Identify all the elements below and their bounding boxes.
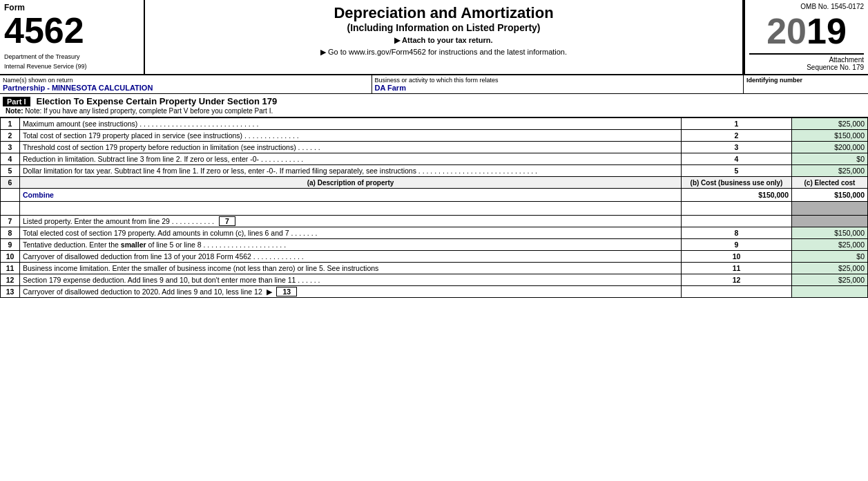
form-main-title: Depreciation and Amortization (152, 4, 735, 22)
table-row: 3 Threshold cost of section 179 property… (1, 142, 868, 153)
col-a-header: (a) Description of property (20, 177, 682, 189)
name-row: Name(s) shown on return Partnership - MI… (0, 75, 868, 94)
attachment-label: Attachment (749, 56, 864, 64)
line-3-amount: $200,000 (792, 142, 868, 153)
line-8-ref: 8 (682, 227, 792, 239)
line-11-ref: 11 (682, 263, 792, 274)
dept-text: Department of the Treasury Internal Reve… (4, 53, 139, 71)
line-12-amount: $25,000 (792, 274, 868, 286)
line-2-num: 2 (1, 130, 20, 142)
line-13-ref (682, 286, 792, 298)
table-row: 10 Carryover of disallowed deduction fro… (1, 251, 868, 263)
form-id-section: Form 4562 Department of the Treasury Int… (0, 0, 145, 74)
line-3-desc: Threshold cost of section 179 property b… (20, 142, 682, 153)
line-11-num: 11 (1, 263, 20, 274)
line-5-num: 5 (1, 165, 20, 177)
col-c-header: (c) Elected cost (792, 177, 868, 189)
line-10-desc: Carryover of disallowed deduction from l… (20, 251, 682, 263)
line-1-ref: 1 (682, 118, 792, 130)
id-label: Identifying number (746, 77, 865, 84)
table-row: 8 Total elected cost of section 179 prop… (1, 227, 868, 239)
year-20: 20 (766, 10, 807, 52)
spacer-amount (792, 202, 868, 216)
lines-table: 1 Maximum amount (see instructions) . . … (0, 117, 868, 298)
table-row: 5 Dollar limitation for tax year. Subtra… (1, 165, 868, 177)
col-b-header: (b) Cost (business use only) (682, 177, 792, 189)
line-13-num: 13 (1, 286, 20, 298)
form-number: 4562 (4, 12, 139, 48)
name-cell: Name(s) shown on return Partnership - MI… (0, 75, 372, 93)
line-12-desc: Section 179 expense deduction. Add lines… (20, 274, 682, 286)
form-instruction1: ▶ Attach to your tax return. (152, 36, 735, 45)
line-13-desc: Carryover of disallowed deduction to 202… (20, 286, 682, 298)
spacer-desc (20, 202, 682, 216)
line-3-num: 3 (1, 142, 20, 153)
line-10-num: 10 (1, 251, 20, 263)
line-1-amount: $25,000 (792, 118, 868, 130)
line-12-num: 12 (1, 274, 20, 286)
sequence-number: Sequence No. 179 (749, 64, 864, 71)
part1-label: Part I (3, 97, 30, 106)
line-5-amount: $25,000 (792, 165, 868, 177)
line-5-ref: 5 (682, 165, 792, 177)
line-8-desc: Total elected cost of section 179 proper… (20, 227, 682, 239)
line-1-num: 1 (1, 118, 20, 130)
line-3-ref: 3 (682, 142, 792, 153)
line-7-ref (682, 216, 792, 227)
table-row: 11 Business income limitation. Enter the… (1, 263, 868, 274)
name-value: Partnership - MINNESOTA CALCULATION (3, 84, 369, 92)
line-11-amount: $25,000 (792, 263, 868, 274)
line-2-desc: Total cost of section 179 property place… (20, 130, 682, 142)
combine-row: Combine $150,000 $150,000 (1, 189, 868, 202)
line-2-ref: 2 (682, 130, 792, 142)
combine-empty (1, 189, 20, 202)
line-4-desc: Reduction in limitation. Subtract line 3… (20, 153, 682, 165)
form-instruction2: ▶ Go to www.irs.gov/Form4562 for instruc… (152, 48, 735, 57)
form-title-section: Depreciation and Amortization (Including… (145, 0, 744, 74)
combine-label: Combine (20, 189, 682, 202)
combine-cost: $150,000 (682, 189, 792, 202)
spacer-num (1, 202, 20, 216)
table-row: 1 Maximum amount (see instructions) . . … (1, 118, 868, 130)
line-10-amount: $0 (792, 251, 868, 263)
line-7-amount (792, 216, 868, 227)
id-cell: Identifying number (744, 75, 868, 93)
section6-header-row: 6 (a) Description of property (b) Cost (… (1, 177, 868, 189)
spacer-row (1, 202, 868, 216)
table-row: 12 Section 179 expense deduction. Add li… (1, 274, 868, 286)
year-display: 20 19 (749, 10, 864, 55)
line-5-desc: Dollar limitation for tax year. Subtract… (20, 165, 682, 177)
line-4-ref: 4 (682, 153, 792, 165)
line-12-ref: 12 (682, 274, 792, 286)
line-8-num: 8 (1, 227, 20, 239)
line-8-amount: $150,000 (792, 227, 868, 239)
part1-note: Note: Note: If you have any listed prope… (6, 107, 865, 115)
form-header: Form 4562 Department of the Treasury Int… (0, 0, 868, 75)
table-row: 9 Tentative deduction. Enter the smaller… (1, 239, 868, 251)
line-11-desc: Business income limitation. Enter the sm… (20, 263, 682, 274)
line-9-amount: $25,000 (792, 239, 868, 251)
omb-number: OMB No. 1545-0172 (749, 3, 864, 10)
table-row: 13 Carryover of disallowed deduction to … (1, 286, 868, 298)
line-2-amount: $150,000 (792, 130, 868, 142)
line-10-ref: 10 (682, 251, 792, 263)
line-7-desc: Listed property. Enter the amount from l… (20, 216, 682, 227)
name-label: Name(s) shown on return (3, 77, 369, 84)
line-9-num: 9 (1, 239, 20, 251)
page: Form 4562 Department of the Treasury Int… (0, 0, 868, 481)
activity-cell: Business or activity to which this form … (372, 75, 744, 93)
line-9-desc: Tentative deduction. Enter the smaller o… (20, 239, 682, 251)
line-7-num: 7 (1, 216, 20, 227)
line-9-ref: 9 (682, 239, 792, 251)
table-row: 4 Reduction in limitation. Subtract line… (1, 153, 868, 165)
spacer-ref (682, 202, 792, 216)
activity-value: DA Farm (375, 84, 741, 92)
line-1-desc: Maximum amount (see instructions) . . . … (20, 118, 682, 130)
form-subtitle: (Including Information on Listed Propert… (152, 22, 735, 33)
omb-section: OMB No. 1545-0172 20 19 Attachment Seque… (744, 0, 868, 74)
year-19: 19 (807, 10, 847, 52)
combine-elected: $150,000 (792, 189, 868, 202)
activity-label: Business or activity to which this form … (375, 77, 741, 84)
line-13-amount (792, 286, 868, 298)
part1-title: Election To Expense Certain Property Und… (37, 96, 278, 106)
